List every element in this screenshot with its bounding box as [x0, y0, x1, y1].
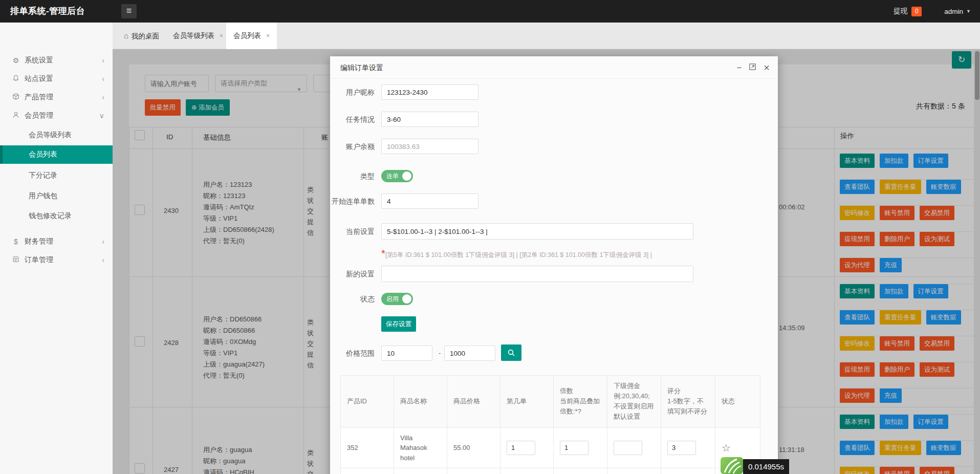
- user-icon: [11, 112, 20, 120]
- price-min-input[interactable]: [381, 346, 432, 361]
- price-search-button[interactable]: [501, 344, 521, 361]
- orders-icon: [11, 256, 20, 265]
- current-setting-input[interactable]: [381, 223, 693, 240]
- product-id: 353: [341, 468, 394, 474]
- minimize-icon[interactable]: −: [736, 63, 742, 72]
- status-toggle[interactable]: 启用: [381, 293, 413, 305]
- page: 排单系统-管理后台 ≡ 提现 0 admin ▼ ⚙ 系统设置 ‹ 站点设置 ‹: [0, 0, 980, 474]
- search-icon: [507, 349, 515, 357]
- tab-my-desktop[interactable]: ⌂我的桌面: [117, 23, 166, 49]
- hamburger-menu-icon[interactable]: ≡: [121, 4, 137, 18]
- product-name: Villa Mahasok hotel: [394, 427, 447, 468]
- balance-label: 账户余额: [330, 142, 375, 152]
- caret-down-icon: ▼: [966, 9, 971, 14]
- sidebar-item-downscore-records[interactable]: 下分记录: [0, 166, 113, 185]
- close-icon[interactable]: ×: [266, 32, 270, 39]
- product-row: 353 Villa Mahasok hotel 60.30 ☆: [341, 468, 760, 474]
- cube-icon: [11, 93, 20, 102]
- product-id: 352: [341, 427, 394, 468]
- new-setting-input[interactable]: [381, 266, 693, 282]
- sidebar-item-member-management[interactable]: 会员管理 ∨: [0, 106, 113, 125]
- render-time: 0.014955s: [743, 459, 789, 474]
- bell-icon: [11, 75, 20, 83]
- dollar-icon: $: [11, 238, 20, 246]
- nickname-label: 用户昵称: [330, 88, 375, 97]
- chevron-left-icon: ‹: [102, 56, 104, 64]
- product-price: 55.00: [447, 427, 500, 468]
- maximize-icon[interactable]: [749, 63, 756, 72]
- sidebar-item-product-management[interactable]: 产品管理 ‹: [0, 88, 113, 106]
- start-count-label: 开始连单单数: [330, 197, 375, 206]
- new-setting-label: 新的设置: [330, 270, 375, 279]
- app-title: 排单系统-管理后台: [10, 0, 85, 23]
- sidebar-item-user-wallet[interactable]: 用户钱包: [0, 187, 113, 205]
- chevron-left-icon: ‹: [102, 75, 104, 83]
- modal-header: 编辑订单设置 − ×: [330, 56, 778, 79]
- sidebar-item-member-list[interactable]: 会员列表: [0, 145, 113, 164]
- performance-badge: 0.014955s: [721, 457, 789, 474]
- tab-member-level-list[interactable]: 会员等级列表×: [166, 23, 230, 49]
- sidebar-item-site-settings[interactable]: 站点设置 ‹: [0, 70, 113, 88]
- product-name: Villa Mahasok hotel: [394, 468, 447, 474]
- star-icon[interactable]: ☆: [722, 442, 731, 454]
- gear-icon: ⚙: [11, 56, 20, 64]
- toggle-knob: [402, 294, 411, 304]
- product-settings-table: 产品ID商品名称 商品价格第几单 倍数 当前商品叠加倍数:*?下级佣金 例:20…: [340, 375, 760, 474]
- current-setting-hint: *[第5单 ID:361 $ 101.00倍数 1下级佣金评级 3] | [第2…: [381, 248, 719, 260]
- type-toggle[interactable]: 连单: [381, 170, 413, 182]
- price-range-separator: -: [439, 349, 441, 357]
- sidebar-item-wallet-modify-records[interactable]: 钱包修改记录: [0, 207, 113, 225]
- home-icon: ⌂: [124, 31, 128, 40]
- status-label: 状态: [330, 295, 375, 304]
- save-settings-button[interactable]: 保存设置: [381, 316, 416, 332]
- commission-input[interactable]: [614, 441, 642, 455]
- balance-input[interactable]: [381, 139, 478, 154]
- close-icon[interactable]: ×: [220, 32, 223, 39]
- leaf-icon: [721, 457, 743, 474]
- sidebar-item-finance-management[interactable]: $ 财务管理 ‹: [0, 232, 113, 251]
- chevron-down-icon: ∨: [99, 112, 104, 120]
- sidebar-item-system-settings[interactable]: ⚙ 系统设置 ‹: [0, 51, 113, 70]
- sidebar-item-order-management[interactable]: 订单管理 ‹: [0, 251, 113, 269]
- toggle-knob: [402, 171, 411, 181]
- tab-member-list[interactable]: 会员列表×: [226, 23, 277, 49]
- task-label: 任务情况: [330, 115, 375, 124]
- tab-strip: ⌂我的桌面 会员等级列表× 会员列表×: [113, 23, 980, 49]
- type-label: 类型: [330, 172, 375, 181]
- withdraw-link[interactable]: 提现: [894, 7, 907, 16]
- task-input[interactable]: [381, 112, 478, 127]
- table-header-row: 产品ID商品名称 商品价格第几单 倍数 当前商品叠加倍数:*?下级佣金 例:20…: [341, 376, 760, 428]
- admin-dropdown[interactable]: admin ▼: [944, 8, 971, 15]
- close-icon[interactable]: ×: [764, 62, 770, 73]
- chevron-left-icon: ‹: [102, 93, 104, 101]
- product-price: 60.30: [447, 468, 500, 474]
- chevron-left-icon: ‹: [102, 256, 104, 264]
- admin-username: admin: [944, 8, 963, 15]
- nickname-input[interactable]: [381, 84, 478, 100]
- rating-input[interactable]: [667, 441, 696, 455]
- topbar-right: 提现 0 admin ▼: [894, 0, 971, 23]
- chevron-left-icon: ‹: [102, 238, 104, 246]
- multiple-input[interactable]: [560, 441, 589, 455]
- product-row: 352 Villa Mahasok hotel 55.00 ☆: [341, 427, 760, 468]
- sidebar: ⚙ 系统设置 ‹ 站点设置 ‹ 产品管理 ‹ 会员管理 ∨ 会员等级列表: [0, 23, 113, 474]
- order-number-input[interactable]: [507, 441, 535, 455]
- sidebar-item-member-level-list[interactable]: 会员等级列表: [0, 126, 113, 144]
- current-setting-label: 当前设置: [330, 227, 375, 236]
- price-range-label: 价格范围: [330, 349, 375, 358]
- modal-title: 编辑订单设置: [340, 56, 383, 79]
- price-max-input[interactable]: [444, 346, 495, 361]
- withdraw-count-badge: 0: [911, 7, 922, 16]
- edit-order-settings-modal: 编辑订单设置 − × 用户昵称 任务情况 账户余额 类型 连单 开始连单单数 当…: [330, 56, 778, 474]
- topbar: 排单系统-管理后台 ≡ 提现 0 admin ▼: [0, 0, 980, 23]
- start-count-input[interactable]: [381, 193, 478, 209]
